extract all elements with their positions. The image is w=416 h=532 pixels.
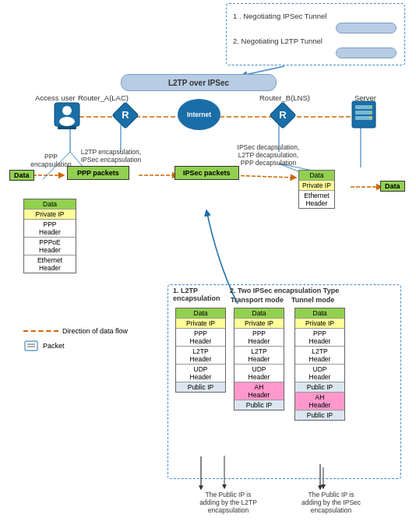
annotation-ipsec: The Public IP isadding by the IPSecencap… — [292, 491, 370, 514]
col3-stack: Data Private IP PPPHeader L2TPHeader UDP… — [294, 308, 345, 421]
svg-rect-19 — [58, 126, 76, 129]
server-icon — [351, 100, 377, 131]
col2-title: Transport mode — [231, 296, 284, 306]
svg-text:R: R — [122, 109, 129, 121]
data-left: Data — [9, 170, 34, 181]
col1-title: 1. L2TPencapsulation — [173, 287, 220, 305]
router-a-icon: R — [111, 101, 139, 131]
annotation-l2tp: The Public IP isadding by the L2TPencaps… — [193, 491, 263, 514]
svg-text:R: R — [279, 109, 287, 121]
l2tp-ipsec-encap-label: L2TP encapsulation,IPSec encapsulation — [78, 148, 144, 164]
svg-point-18 — [59, 117, 75, 126]
negotiation-label-2: 2. Negotiating L2TP Tunnel — [233, 37, 323, 45]
l2tp-banner: L2TP over IPSec — [121, 74, 277, 91]
legend-area: Direction of data flow Packet — [23, 327, 128, 352]
svg-rect-31 — [25, 341, 37, 351]
ipsec-tunnel-bar — [336, 23, 397, 33]
svg-point-30 — [370, 117, 372, 119]
network-diagram: 1 . Negotiating IPSec Tunnel 2. Negotiat… — [0, 0, 416, 532]
col2-stack: Data Private IP PPPHeader L2TPHeader UDP… — [234, 308, 284, 410]
l2tp-tunnel-bar — [336, 48, 397, 58]
right-data-stack: Data Private IP EthernetHeader — [298, 170, 335, 209]
negotiation-label-1: 1 . Negotiating IPSec Tunnel — [233, 12, 326, 20]
ipsec-decap-label: IPSec decapsulation,L2TP decapsulation,P… — [227, 143, 309, 167]
ppp-encap-label: PPPencapsulation — [30, 153, 72, 168]
data-right: Data — [380, 181, 405, 192]
svg-point-29 — [370, 111, 372, 114]
ppp-packets-box: PPP packets — [67, 166, 129, 180]
internet-icon: Internet — [178, 99, 220, 130]
left-packet-stack: Data Private IP PPPHeader PPPoEHeader Et… — [23, 199, 76, 273]
col3-title: Tunnel mode — [291, 296, 334, 306]
ipsec-packets-box: IPSec packets — [175, 166, 239, 180]
svg-point-17 — [62, 106, 72, 115]
router-b-icon: R — [269, 101, 297, 131]
col1-stack: Data Private IP PPPHeader L2TPHeader UDP… — [175, 308, 226, 393]
access-user-icon — [53, 101, 81, 132]
svg-line-4 — [230, 175, 296, 178]
top-negotiation-box: 1 . Negotiating IPSec Tunnel 2. Negotiat… — [226, 3, 405, 65]
two-ipsec-label: 2. Two IPSec encapsulation Type — [230, 287, 339, 294]
svg-point-28 — [370, 106, 372, 108]
